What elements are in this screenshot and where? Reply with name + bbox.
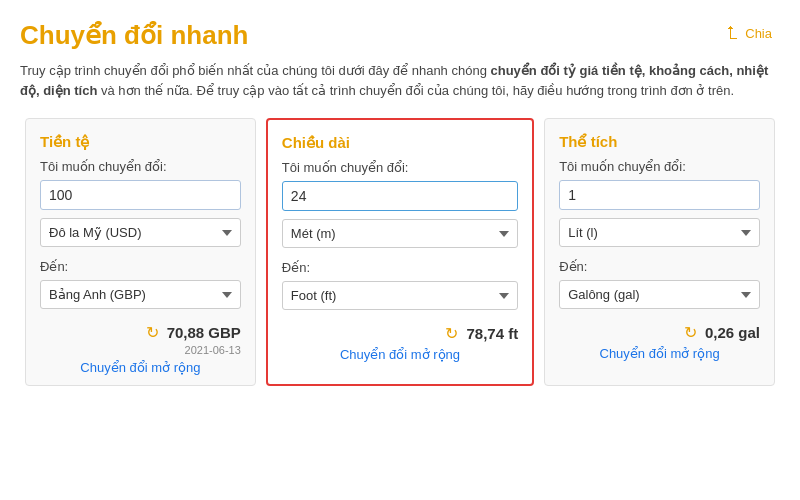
length-card: Chiều dài Tôi muốn chuyển đổi: Mét (m) Đ… bbox=[266, 118, 534, 386]
length-to-label: Đến: bbox=[282, 260, 518, 275]
currency-result: 70,88 GBP bbox=[167, 324, 241, 341]
currency-card-title: Tiền tệ bbox=[40, 133, 241, 151]
share-icon: ⮤ bbox=[725, 24, 741, 42]
currency-from-label: Tôi muốn chuyển đổi: bbox=[40, 159, 241, 174]
currency-refresh-icon[interactable]: ↻ bbox=[146, 323, 159, 342]
currency-from-select[interactable]: Đô la Mỹ (USD) bbox=[40, 218, 241, 247]
page-title: Chuyển đổi nhanh bbox=[20, 20, 248, 51]
volume-result: 0,26 gal bbox=[705, 324, 760, 341]
currency-expand-link[interactable]: Chuyển đổi mở rộng bbox=[40, 360, 241, 375]
length-refresh-icon[interactable]: ↻ bbox=[445, 324, 458, 343]
share-button[interactable]: ⮤ Chia bbox=[717, 20, 780, 46]
page-description: Truy cập trình chuyển đổi phổ biến nhất … bbox=[20, 61, 780, 100]
share-label: Chia bbox=[745, 26, 772, 41]
volume-refresh-icon[interactable]: ↻ bbox=[684, 323, 697, 342]
volume-from-label: Tôi muốn chuyển đổi: bbox=[559, 159, 760, 174]
length-expand-link[interactable]: Chuyển đổi mở rộng bbox=[282, 347, 518, 362]
volume-to-select[interactable]: Galông (gal) bbox=[559, 280, 760, 309]
length-from-select[interactable]: Mét (m) bbox=[282, 219, 518, 248]
currency-to-select[interactable]: Bảng Anh (GBP) bbox=[40, 280, 241, 309]
volume-to-label: Đến: bbox=[559, 259, 760, 274]
length-card-title: Chiều dài bbox=[282, 134, 518, 152]
currency-input[interactable] bbox=[40, 180, 241, 210]
length-result: 78,74 ft bbox=[466, 325, 518, 342]
length-to-select[interactable]: Foot (ft) bbox=[282, 281, 518, 310]
volume-card: Thể tích Tôi muốn chuyển đổi: Lít (l) Đế… bbox=[544, 118, 775, 386]
currency-card: Tiền tệ Tôi muốn chuyển đổi: Đô la Mỹ (U… bbox=[25, 118, 256, 386]
length-from-label: Tôi muốn chuyển đổi: bbox=[282, 160, 518, 175]
length-input[interactable] bbox=[282, 181, 518, 211]
currency-date: 2021-06-13 bbox=[40, 344, 241, 356]
currency-to-label: Đến: bbox=[40, 259, 241, 274]
cards-row: Tiền tệ Tôi muốn chuyển đổi: Đô la Mỹ (U… bbox=[20, 118, 780, 386]
volume-expand-link[interactable]: Chuyển đổi mở rộng bbox=[559, 346, 760, 361]
volume-from-select[interactable]: Lít (l) bbox=[559, 218, 760, 247]
volume-card-title: Thể tích bbox=[559, 133, 760, 151]
volume-input[interactable] bbox=[559, 180, 760, 210]
